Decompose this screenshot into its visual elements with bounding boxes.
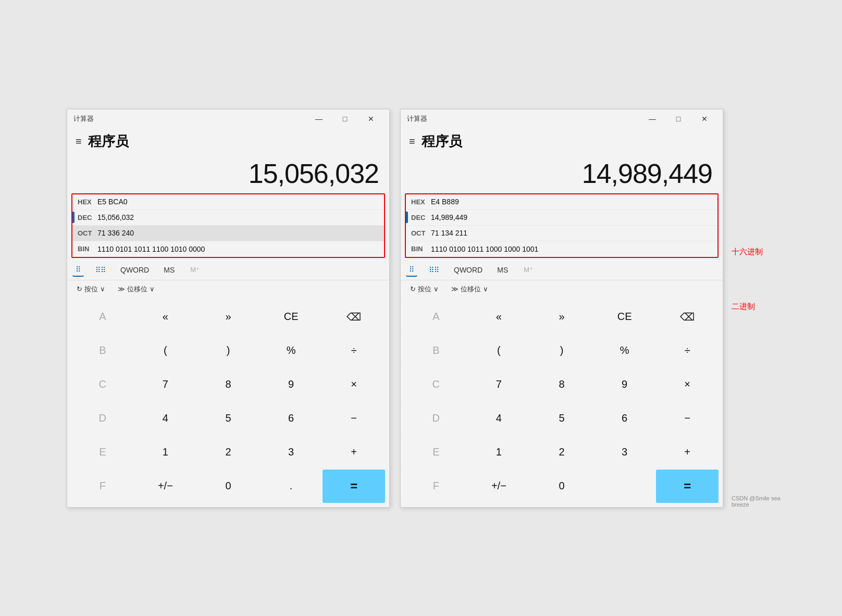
key-F-1[interactable]: F [71,470,134,503]
bitwise-label-1: 按位 [84,285,98,294]
key-add-2[interactable]: + [656,436,719,469]
shift-btn-2[interactable]: ≫ 位移位 ∨ [447,282,492,296]
key-6-2[interactable]: 6 [593,402,656,435]
key-sign-1[interactable]: +/− [134,470,197,503]
key-lshift-1[interactable]: « [134,300,197,334]
key-D-2[interactable]: D [405,402,467,435]
calc-header-1: ≡ 程序员 [67,128,389,153]
key-9-2[interactable]: 9 [593,368,656,401]
bitwise-row-1: ↻ 按位 ∨ ≫ 位移位 ∨ [67,280,389,298]
key-6-1[interactable]: 6 [260,402,323,435]
oct-row-2: OCT 71 134 211 [406,226,717,241]
key-lshift-2[interactable]: « [468,300,530,334]
key-1-1[interactable]: 1 [134,436,197,469]
bitwise-btn-2[interactable]: ↻ 按位 ∨ [406,282,443,296]
key-2-1[interactable]: 2 [197,436,259,469]
key-7-1[interactable]: 7 [134,368,197,401]
maximize-button-2[interactable]: □ [666,111,690,127]
key-B-1[interactable]: B [71,334,134,367]
key-5-1[interactable]: 5 [197,402,259,435]
key-rshift-2[interactable]: » [530,300,593,334]
key-D-1[interactable]: D [71,402,134,435]
ms-btn-2[interactable]: MS [494,264,511,276]
menu-icon-1[interactable]: ≡ [76,135,82,147]
bitwise-btn-1[interactable]: ↻ 按位 ∨ [72,282,109,296]
key-C-1[interactable]: C [71,368,134,401]
key-3-1[interactable]: 3 [260,436,323,469]
bitwise-arrow-1: ∨ [100,285,105,293]
key-rshift-1[interactable]: » [197,300,259,334]
key-7-2[interactable]: 7 [468,368,530,401]
key-div-2[interactable]: ÷ [656,334,719,367]
toolbar-1: ⠿ ⠿⠿ QWORD MS M⁺ [67,260,389,280]
alt-pad-btn-2[interactable]: ⠿⠿ [426,264,442,276]
mplus-btn-1[interactable]: M⁺ [186,264,204,276]
key-equals-2[interactable]: = [656,470,719,503]
key-B-2[interactable]: B [405,334,467,367]
display-area-2: 14,989,449 [401,153,723,191]
calc-window-2: 计算器 — □ ✕ ≡ 程序员 14,989,449 HEX E4 B889 D… [400,109,723,508]
key-9-1[interactable]: 9 [260,368,323,401]
key-A-2[interactable]: A [405,300,467,334]
key-3-2[interactable]: 3 [593,436,656,469]
key-sub-1[interactable]: − [323,402,385,435]
key-4-2[interactable]: 4 [468,402,530,435]
key-F-2[interactable]: F [405,470,467,503]
key-mul-2[interactable]: × [656,368,719,401]
minimize-button-1[interactable]: — [307,111,331,127]
key-mod-2[interactable]: % [593,334,656,367]
qword-btn-2[interactable]: QWORD [451,264,486,276]
key-ce-1[interactable]: CE [260,300,323,334]
key-div-1[interactable]: ÷ [323,334,385,367]
alt-pad-btn-1[interactable]: ⠿⠿ [92,264,109,276]
key-rparen-2[interactable]: ) [530,334,593,367]
key-add-1[interactable]: + [323,436,385,469]
key-lparen-2[interactable]: ( [468,334,530,367]
key-A-1[interactable]: A [71,300,134,334]
key-rparen-1[interactable]: ) [197,334,259,367]
key-mod-1[interactable]: % [260,334,323,367]
hex-value-1: E5 BCA0 [97,198,128,206]
hex-label-2: HEX [411,198,431,206]
key-mul-1[interactable]: × [323,368,385,401]
dec-label-2: DEC [411,214,431,221]
title-bar-2: 计算器 — □ ✕ [401,109,723,128]
key-sign-2[interactable]: +/− [468,470,530,503]
ms-btn-1[interactable]: MS [160,264,178,276]
key-backspace-2[interactable]: ⌫ [656,300,719,334]
key-8-2[interactable]: 8 [530,368,593,401]
num-pad-btn-2[interactable]: ⠿ [406,263,417,277]
key-0-1[interactable]: 0 [197,470,259,503]
bin-annotation: 二进制 [732,302,755,312]
num-pad-btn-1[interactable]: ⠿ [72,263,84,277]
calc-header-2: ≡ 程序员 [401,128,723,153]
hex-value-2: E4 B889 [431,198,459,206]
key-E-1[interactable]: E [71,436,134,469]
mode-title-1: 程序员 [88,132,129,151]
key-ce-2[interactable]: CE [593,300,656,334]
menu-icon-2[interactable]: ≡ [409,135,415,147]
key-5-2[interactable]: 5 [530,402,593,435]
key-sub-2[interactable]: − [656,402,719,435]
key-E-2[interactable]: E [405,436,467,469]
key-1-2[interactable]: 1 [468,436,530,469]
key-lparen-1[interactable]: ( [134,334,197,367]
close-button-1[interactable]: ✕ [359,111,383,127]
shift-btn-1[interactable]: ≫ 位移位 ∨ [114,282,159,296]
key-backspace-1[interactable]: ⌫ [323,300,385,334]
mplus-btn-2[interactable]: M⁺ [519,264,537,276]
minimize-button-2[interactable]: — [640,111,664,127]
oct-row-1: OCT 71 336 240 [72,226,384,241]
key-0-2[interactable]: 0 [530,470,593,503]
key-8-1[interactable]: 8 [197,368,259,401]
maximize-button-1[interactable]: □ [333,111,357,127]
key-dot-2[interactable] [593,470,656,503]
qword-btn-1[interactable]: QWORD [117,264,152,276]
dec-row-2: DEC 14,989,449 [406,210,717,226]
key-2-2[interactable]: 2 [530,436,593,469]
key-C-2[interactable]: C [405,368,467,401]
key-4-1[interactable]: 4 [134,402,197,435]
close-button-2[interactable]: ✕ [692,111,716,127]
key-dot-1[interactable]: . [260,470,323,503]
key-equals-1[interactable]: = [323,470,385,503]
